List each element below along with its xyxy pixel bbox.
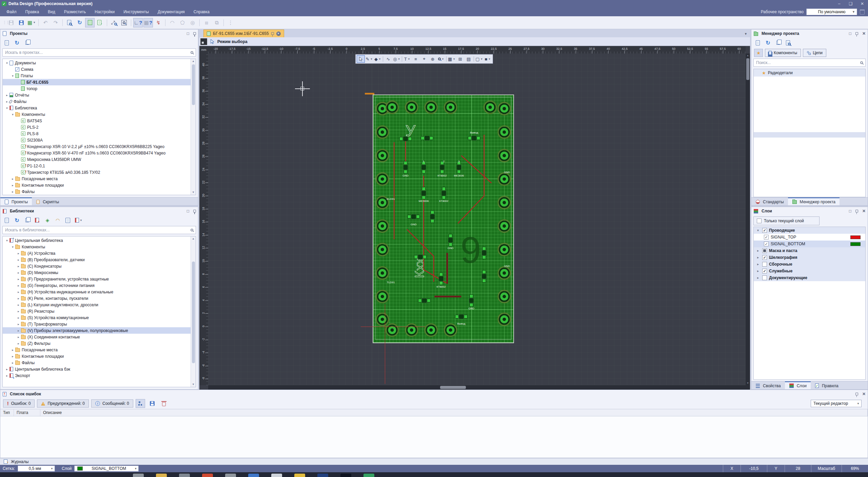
tree-item[interactable]: ▸(X) Соединения контактные: [3, 334, 196, 340]
menu-item[interactable]: Разместить: [60, 8, 91, 16]
open-document-button[interactable]: [4, 39, 10, 46]
expand-arrow-icon[interactable]: ▸: [16, 284, 21, 287]
expand-arrow-icon[interactable]: ▸: [756, 263, 760, 266]
collapse-arrow-icon[interactable]: ▾: [5, 61, 9, 65]
draw-tool-button[interactable]: ✎▼: [365, 55, 373, 63]
expand-arrow-icon[interactable]: ▸: [16, 271, 21, 274]
group-button[interactable]: ⧈: [202, 18, 211, 27]
expand-arrow-icon[interactable]: ▸: [16, 252, 21, 255]
layer-visibility-checkbox[interactable]: [762, 248, 767, 253]
panel-maximize-icon[interactable]: □: [849, 209, 851, 213]
errors-counter-error[interactable]: !Ошибок: 0: [3, 399, 35, 408]
tree-item[interactable]: CPLS-2: [3, 124, 196, 130]
expand-arrow-icon[interactable]: ▸: [16, 258, 21, 262]
tree-item[interactable]: CКонденсатор X5R-50 V-470 nF ±10% s.0603…: [3, 150, 196, 156]
menu-item[interactable]: Справка: [189, 8, 214, 16]
add-library-button[interactable]: +: [34, 217, 40, 224]
refresh-button[interactable]: ↻: [14, 39, 20, 46]
layer-item[interactable]: ▸Сборочные: [754, 261, 865, 268]
group-by-tree-button[interactable]: [136, 399, 145, 408]
taskbar-app-icon[interactable]: [133, 474, 144, 477]
tree-item[interactable]: ▸(Z) Фильтры: [3, 340, 196, 347]
layer-visibility-checkbox[interactable]: [762, 275, 767, 280]
tab-Свойства[interactable]: Свойства: [751, 381, 785, 389]
tree-item[interactable]: Схема: [3, 66, 196, 72]
zoom-fit-button[interactable]: ⤢: [109, 18, 119, 27]
panel-maximize-icon[interactable]: □: [187, 209, 189, 213]
layer-visibility-checkbox[interactable]: ✓: [762, 269, 767, 273]
tree-item[interactable]: ▸(S) Устройства коммутационные: [3, 314, 196, 321]
tree-item[interactable]: ▸(K) Реле, контакторы, пускатели: [3, 295, 196, 302]
align-tool-button[interactable]: ≡: [412, 55, 420, 63]
expand-arrow-icon[interactable]: ▸: [16, 303, 21, 307]
editor-filter-select[interactable]: Текущий редактор ▼: [811, 400, 862, 407]
taskbar-app-icon[interactable]: [363, 474, 374, 477]
libraries-search-input[interactable]: Искать в библиотеках...: [2, 226, 196, 234]
menu-item[interactable]: Инструменты: [119, 8, 153, 16]
tree-item[interactable]: ▸(L) Катушки индуктивности, дроссели: [3, 302, 196, 308]
magic-tool-button[interactable]: ⊕: [429, 55, 437, 63]
expand-arrow-icon[interactable]: ▸: [756, 249, 760, 252]
expand-arrow-icon[interactable]: ▸: [16, 316, 21, 319]
open-document-button[interactable]: [4, 217, 10, 224]
refresh-button[interactable]: ↻: [14, 217, 20, 224]
menu-item[interactable]: Вид: [43, 8, 60, 16]
expand-arrow-icon[interactable]: ▸: [5, 94, 9, 97]
net-tool-button[interactable]: ▦▼: [448, 55, 456, 63]
table-tool-button[interactable]: ⊞: [456, 55, 464, 63]
collapse-arrow-icon[interactable]: ▾: [11, 74, 15, 78]
tab-Проекты[interactable]: Проекты: [0, 198, 32, 205]
tree-item[interactable]: ▸(T) Трансформаторы: [3, 321, 196, 327]
copy-button[interactable]: [775, 39, 781, 46]
copy-button[interactable]: [24, 217, 30, 224]
maximize-button[interactable]: ❑: [845, 0, 856, 7]
expand-arrow-icon[interactable]: ▸: [5, 368, 9, 371]
expand-arrow-icon[interactable]: ▸: [16, 297, 21, 300]
tree-item[interactable]: ▸(C) Конденсаторы: [3, 263, 196, 269]
tree-item[interactable]: ▸Отчёты: [3, 92, 196, 98]
draw-circle-button[interactable]: ◎: [188, 18, 197, 27]
zoom-tool-button[interactable]: ▼: [437, 55, 445, 63]
tree-item[interactable]: ▸(D) Микросхемы: [3, 269, 196, 276]
tab-Менеджер проекта[interactable]: Менеджер проекта: [788, 198, 840, 205]
projects-search-input[interactable]: Искать в проектах...: [2, 48, 196, 57]
tree-item[interactable]: топор: [3, 85, 196, 92]
tree-item[interactable]: ▸(B) Преобразователи, датчики: [3, 256, 196, 263]
tree-item[interactable]: CP1-12-0,1: [3, 163, 196, 169]
layer-item[interactable]: ✓SIGNAL_BOTTOM: [754, 241, 865, 247]
errors-counter-info[interactable]: iСообщений: 0: [91, 399, 133, 408]
tree-item[interactable]: CТранзистор КТ815Б аА0.336.185 ТУ/02: [3, 169, 196, 175]
favorite-item[interactable]: ★Радиодетали: [754, 69, 865, 77]
tab-Скрипты[interactable]: Скрипты: [32, 198, 63, 205]
find-object-button[interactable]: [65, 18, 74, 27]
tree-item[interactable]: ▾Компоненты: [3, 244, 196, 250]
panel-maximize-icon[interactable]: □: [187, 31, 189, 36]
draw-arc-button[interactable]: ◠: [167, 18, 177, 27]
expand-arrow-icon[interactable]: ▸: [11, 348, 15, 352]
open-document-button[interactable]: [755, 39, 761, 46]
collapse-arrow-icon[interactable]: ▾: [5, 106, 9, 110]
view-tool-button[interactable]: ■▼: [484, 55, 492, 63]
route-tool-button[interactable]: ∿: [384, 55, 392, 63]
save-errors-button[interactable]: [147, 399, 157, 408]
scroll-down-icon[interactable]: ▼: [192, 382, 195, 387]
taskbar-app-icon[interactable]: [340, 474, 351, 477]
scroll-down-icon[interactable]: ▼: [747, 381, 749, 385]
collapse-arrow-icon[interactable]: ▾: [11, 113, 15, 116]
taskbar-app-icon[interactable]: [317, 474, 328, 477]
tree-item[interactable]: ▸(R) Резисторы: [3, 308, 196, 314]
clear-errors-button[interactable]: [159, 399, 169, 408]
collapse-arrow-icon[interactable]: ▾: [5, 239, 9, 242]
minimize-button[interactable]: –: [833, 0, 845, 7]
redo-button[interactable]: ↷: [51, 18, 60, 27]
editor-tab[interactable]: БГ-91.С655 изм.1\БГ-91.С655 ✕: [203, 29, 284, 37]
draw-polygon-button[interactable]: ⬠: [178, 18, 187, 27]
tree-item[interactable]: ▸(V) Приборы электровакуумные, полупрово…: [3, 327, 196, 334]
grid-select[interactable]: 0,5 мм ▼: [18, 465, 55, 472]
expand-arrow-icon[interactable]: ▸: [16, 323, 21, 326]
copy-button[interactable]: [24, 39, 30, 46]
measure-tool-button[interactable]: ⌖: [420, 55, 428, 63]
layer-visibility-checkbox[interactable]: ✓: [764, 242, 769, 246]
expand-arrow-icon[interactable]: ▸: [756, 269, 760, 273]
taskbar-app-icon[interactable]: [179, 474, 190, 477]
